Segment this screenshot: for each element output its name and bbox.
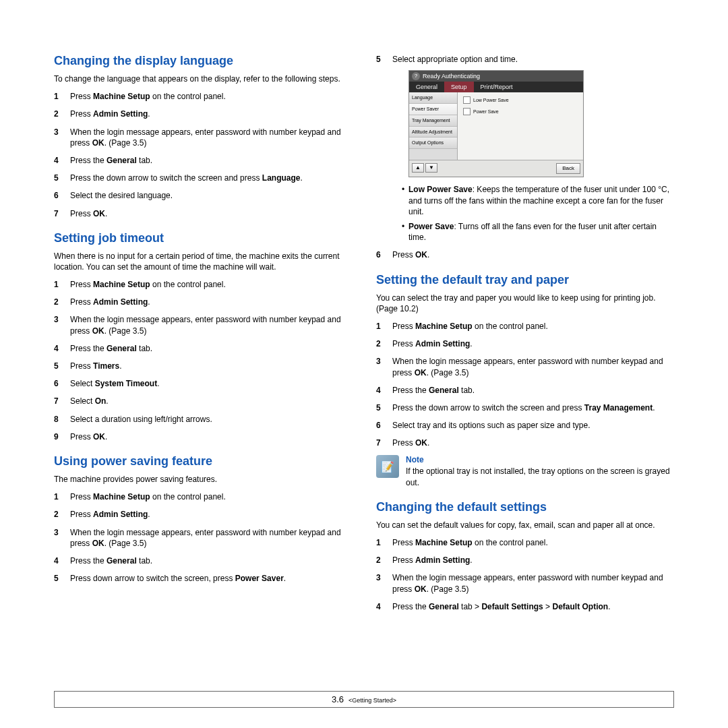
left-column: Changing the display language To change … [54, 54, 352, 619]
step-item: When the login message appears, enter pa… [54, 527, 352, 549]
step-item: Select appropriate option and time. Read… [376, 54, 674, 243]
step-item: Press Machine Setup on the control panel… [54, 279, 352, 290]
step-item: Select a duration using left/right arrow… [54, 414, 352, 425]
step-item: Press the General tab. [54, 555, 352, 566]
step-item: Press Timers. [54, 361, 352, 371]
ss-checkbox: Low Power Save [463, 96, 578, 104]
note-title: Note [406, 455, 674, 464]
step-item: Select tray and its options such as pape… [376, 420, 674, 431]
step-item: Press Admin Setting. [54, 109, 352, 119]
intro-text: You can set the default values for copy,… [376, 520, 674, 530]
bullet-item: Power Save: Turns off all the fans even … [402, 221, 674, 243]
step-item: When the login message appears, enter pa… [54, 314, 352, 336]
heading-power-saving: Using power saving feature [54, 454, 352, 468]
steps-list: Press Machine Setup on the control panel… [376, 537, 674, 612]
step-item: Press Machine Setup on the control panel… [54, 91, 352, 102]
step-item: Press the General tab. [54, 343, 352, 354]
ss-tab: General [409, 82, 444, 92]
step-item: Press the General tab. [376, 385, 674, 396]
up-arrow-icon: ▲ [412, 163, 424, 173]
step-item: When the login message appears, enter pa… [376, 356, 674, 377]
intro-text: The machine provides power saving featur… [54, 474, 352, 485]
step-item: Press the down arrow to switch the scree… [376, 402, 674, 413]
steps-list: Press Machine Setup on the control panel… [54, 91, 352, 219]
ss-side-item: Output Options [409, 138, 457, 149]
step-item: When the login message appears, enter pa… [54, 127, 352, 148]
step-item: Press Machine Setup on the control panel… [54, 491, 352, 502]
step-item: Press OK. [54, 208, 352, 219]
down-arrow-icon: ▼ [425, 163, 437, 173]
step-item: Press the down arrow to switch the scree… [54, 173, 352, 183]
ss-back-button: Back [556, 163, 580, 174]
step-item: Press OK. [376, 249, 674, 260]
intro-text: When there is no input for a certain per… [54, 251, 352, 272]
note-text: If the optional tray is not installed, t… [406, 466, 674, 487]
steps-continued: Select appropriate option and time. Read… [376, 54, 674, 261]
page-footer: 3.6 <Getting Started> [54, 691, 674, 708]
ss-status: Ready Authenticating [423, 72, 480, 80]
heading-job-timeout: Setting job timeout [54, 231, 352, 245]
step-item: When the login message appears, enter pa… [376, 572, 674, 594]
note-block: Note If the optional tray is not install… [376, 455, 674, 487]
bullet-list: Low Power Save: Keeps the temperature of… [402, 184, 674, 243]
steps-list: Press Machine Setup on the control panel… [54, 491, 352, 584]
ss-tab: Setup [444, 82, 474, 92]
step-item: Press Machine Setup on the control panel… [376, 321, 674, 332]
step-item: Select System Timeout. [54, 378, 352, 389]
step-item: Press Admin Setting. [376, 555, 674, 566]
step-item: Press Machine Setup on the control panel… [376, 537, 674, 548]
chapter-name: <Getting Started> [348, 697, 396, 704]
heading-default-tray: Setting the default tray and paper [376, 273, 674, 287]
ss-side-item: Altitude Adjustment [409, 127, 457, 138]
ss-side-item: Tray Management [409, 115, 457, 127]
embedded-screenshot: Ready Authenticating General Setup Print… [408, 70, 584, 177]
step-item: Press Admin Setting. [376, 338, 674, 349]
ss-side-item: Language [409, 92, 457, 104]
steps-list: Press Machine Setup on the control panel… [54, 279, 352, 442]
bullet-item: Low Power Save: Keeps the temperature of… [402, 184, 674, 217]
step-item: Press OK. [376, 437, 674, 448]
steps-list: Press Machine Setup on the control panel… [376, 321, 674, 449]
step-item: Press the General tab > Default Settings… [376, 601, 674, 612]
ss-checkbox: Power Save [463, 108, 578, 115]
step-item: Select On. [54, 396, 352, 406]
step-item: Press down arrow to switch the screen, p… [54, 573, 352, 584]
step-item: Select the desired language. [54, 190, 352, 201]
step-text: Select appropriate option and time. [392, 55, 518, 64]
step-item: Press Admin Setting. [54, 297, 352, 307]
page-number: 3.6 [332, 694, 344, 704]
heading-display-language: Changing the display language [54, 54, 352, 68]
step-item: Press Admin Setting. [54, 509, 352, 520]
ss-tab: Print/Report [474, 82, 520, 92]
heading-default-settings: Changing the default settings [376, 500, 674, 514]
intro-text: To change the language that appears on t… [54, 73, 352, 84]
step-item: Press OK. [54, 431, 352, 442]
ss-side-item: Power Saver [409, 104, 457, 115]
intro-text: You can select the tray and paper you wo… [376, 293, 674, 314]
note-icon [376, 455, 399, 478]
step-item: Press the General tab. [54, 155, 352, 166]
right-column: Select appropriate option and time. Read… [376, 54, 674, 619]
